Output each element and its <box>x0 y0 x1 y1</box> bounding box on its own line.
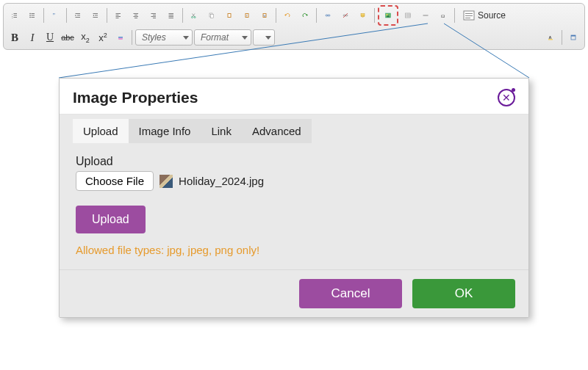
blockquote-button[interactable]: ” <box>47 7 63 23</box>
svg-rect-7 <box>32 13 35 14</box>
subscript-button[interactable]: x2 <box>77 29 93 46</box>
svg-point-52 <box>328 15 330 16</box>
svg-rect-35 <box>169 16 174 17</box>
svg-rect-34 <box>169 15 174 15</box>
file-thumbnail-icon <box>159 175 173 188</box>
redo-button[interactable] <box>297 7 313 23</box>
svg-line-55 <box>343 13 348 18</box>
align-right-button[interactable] <box>146 7 162 23</box>
svg-rect-75 <box>548 39 553 40</box>
svg-marker-49 <box>284 14 286 16</box>
close-button[interactable]: ✕ <box>498 89 515 106</box>
remove-format-button[interactable] <box>112 29 129 46</box>
separator <box>66 8 67 23</box>
paste-word-button[interactable]: W <box>257 7 273 23</box>
separator <box>43 8 44 23</box>
separator <box>276 8 276 23</box>
svg-text:”: ” <box>53 12 56 19</box>
ok-button[interactable]: OK <box>412 279 515 308</box>
tab-image-info[interactable]: Image Info <box>129 119 201 143</box>
svg-marker-18 <box>93 15 95 16</box>
svg-rect-69 <box>465 13 473 14</box>
choose-file-button[interactable]: Choose File <box>76 171 154 191</box>
svg-rect-40 <box>211 15 214 18</box>
italic-button[interactable]: I <box>24 29 40 46</box>
upload-section-label: Upload <box>76 155 512 168</box>
dialog-body: Upload Image Info Link Advanced Upload C… <box>60 115 528 269</box>
superscript-button[interactable]: x2 <box>95 29 111 46</box>
undo-button[interactable] <box>279 7 295 23</box>
format-label: Format <box>201 32 229 43</box>
svg-rect-33 <box>169 13 174 14</box>
tab-advanced[interactable]: Advanced <box>242 119 312 143</box>
horizontal-rule-button[interactable] <box>417 7 434 23</box>
svg-rect-15 <box>77 15 80 16</box>
strikethrough-button[interactable]: abc <box>60 29 76 46</box>
link-button[interactable] <box>320 7 336 23</box>
anchor-button[interactable] <box>355 7 371 23</box>
svg-rect-56 <box>361 14 365 17</box>
dialog-tabs: Upload Image Info Link Advanced <box>73 115 515 143</box>
align-center-button[interactable] <box>128 7 144 23</box>
align-left-button[interactable] <box>110 7 126 23</box>
separator <box>182 8 183 23</box>
svg-rect-16 <box>76 17 81 18</box>
underline-button[interactable]: U <box>42 29 58 46</box>
image-button[interactable] <box>380 7 396 23</box>
separator <box>107 8 107 23</box>
svg-point-10 <box>29 17 31 18</box>
svg-marker-50 <box>306 14 308 16</box>
source-button[interactable]: Source <box>458 7 511 23</box>
image-properties-dialog: Image Properties ✕ Upload Image Info Lin… <box>59 78 529 318</box>
special-char-button[interactable]: Ω <box>435 7 451 23</box>
toolbar-row-2: B I U abc x2 x2 Styles Format A <box>7 27 581 48</box>
svg-rect-31 <box>151 16 157 17</box>
maximize-button[interactable] <box>565 29 581 46</box>
outdent-button[interactable] <box>70 7 86 23</box>
font-dropdown[interactable] <box>253 29 275 46</box>
svg-text:3: 3 <box>12 17 13 19</box>
paste-text-button[interactable]: T <box>239 7 255 23</box>
cancel-button[interactable]: Cancel <box>299 279 402 308</box>
chevron-down-icon <box>242 36 248 40</box>
svg-rect-27 <box>134 16 139 17</box>
unlink-button[interactable] <box>337 7 354 23</box>
tab-content-upload: Upload Choose File Holiday_2024.jpg Uplo… <box>73 143 515 259</box>
tab-upload[interactable]: Upload <box>73 119 129 143</box>
align-justify-button[interactable] <box>163 7 179 23</box>
separator <box>562 30 562 45</box>
format-dropdown[interactable]: Format <box>194 29 251 46</box>
separator <box>316 8 317 23</box>
file-name: Holiday_2024.jpg <box>179 175 264 187</box>
paste-button[interactable] <box>221 7 237 23</box>
svg-rect-66 <box>423 15 429 16</box>
svg-rect-21 <box>116 13 121 14</box>
svg-marker-14 <box>76 15 77 16</box>
svg-text:Ω: Ω <box>441 13 445 19</box>
copy-button[interactable] <box>204 7 220 23</box>
svg-rect-25 <box>134 13 139 14</box>
chevron-down-icon <box>265 36 271 40</box>
svg-rect-32 <box>153 18 156 18</box>
font-label <box>259 32 262 43</box>
text-color-button[interactable]: A <box>542 29 559 46</box>
indent-button[interactable] <box>87 7 104 23</box>
svg-rect-77 <box>571 35 576 37</box>
upload-button[interactable]: Upload <box>76 206 146 233</box>
table-button[interactable] <box>400 7 416 23</box>
styles-dropdown[interactable]: Styles <box>135 29 193 46</box>
numbered-list-button[interactable]: 123 <box>7 7 23 23</box>
svg-point-37 <box>192 17 193 18</box>
svg-rect-24 <box>116 18 119 18</box>
svg-rect-13 <box>76 13 81 14</box>
svg-rect-20 <box>93 17 98 18</box>
bold-button[interactable]: B <box>7 29 23 46</box>
close-icon: ✕ <box>502 92 511 104</box>
svg-text:T: T <box>246 15 248 18</box>
bullet-list-button[interactable] <box>24 7 40 23</box>
svg-rect-71 <box>465 18 470 18</box>
svg-rect-9 <box>32 15 35 16</box>
tab-link[interactable]: Link <box>201 119 242 143</box>
svg-rect-17 <box>93 13 98 14</box>
cut-button[interactable] <box>186 7 202 23</box>
